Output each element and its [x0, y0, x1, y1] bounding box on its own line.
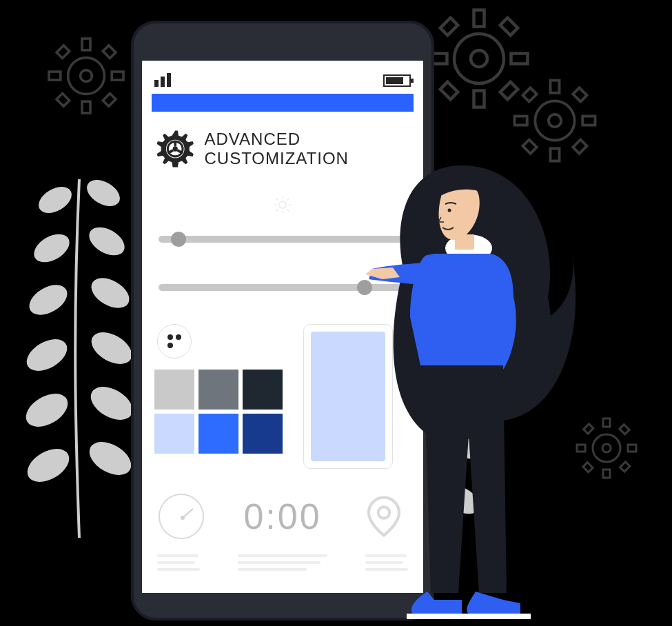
- color-swatch[interactable]: [243, 370, 283, 410]
- svg-rect-57: [628, 445, 636, 452]
- svg-point-53: [602, 444, 611, 452]
- svg-point-33: [471, 50, 487, 67]
- svg-rect-46: [515, 117, 527, 125]
- svg-rect-59: [620, 425, 629, 434]
- svg-rect-54: [603, 418, 610, 427]
- svg-point-9: [85, 380, 138, 427]
- svg-point-5: [86, 272, 134, 314]
- svg-point-0: [34, 181, 76, 219]
- battery-icon: [383, 74, 411, 87]
- svg-rect-65: [174, 141, 176, 146]
- status-bar: [154, 69, 411, 87]
- svg-point-43: [549, 114, 561, 127]
- color-swatch[interactable]: [198, 370, 238, 410]
- svg-rect-55: [603, 470, 610, 478]
- svg-rect-49: [573, 88, 587, 101]
- color-palette: [154, 370, 283, 454]
- color-swatch[interactable]: [243, 414, 283, 454]
- svg-point-1: [82, 174, 124, 212]
- svg-point-81: [465, 205, 476, 220]
- svg-line-78: [183, 509, 193, 518]
- svg-point-32: [454, 34, 504, 83]
- svg-line-75: [276, 210, 278, 212]
- svg-rect-37: [511, 54, 528, 64]
- svg-point-68: [279, 201, 286, 208]
- svg-point-11: [83, 435, 136, 482]
- svg-rect-31: [103, 93, 116, 106]
- svg-rect-29: [103, 46, 116, 59]
- svg-rect-85: [469, 614, 531, 619]
- svg-rect-24: [82, 39, 90, 50]
- clock-time: 0:00: [243, 496, 321, 537]
- svg-point-52: [593, 434, 620, 462]
- svg-point-3: [84, 221, 129, 261]
- svg-rect-38: [440, 18, 458, 35]
- svg-point-4: [24, 279, 72, 321]
- decorative-plant-left: [14, 152, 145, 538]
- svg-point-22: [68, 58, 105, 94]
- svg-rect-26: [49, 72, 61, 80]
- color-swatch[interactable]: [154, 370, 194, 410]
- brightness-icon: [272, 194, 293, 215]
- svg-rect-50: [522, 140, 536, 154]
- svg-point-2: [29, 228, 74, 267]
- svg-point-8: [20, 387, 73, 434]
- svg-rect-30: [57, 93, 70, 106]
- svg-line-74: [287, 210, 289, 212]
- person-illustration: [365, 159, 593, 626]
- svg-point-6: [21, 333, 72, 378]
- header-bar: [152, 94, 414, 112]
- svg-rect-28: [57, 46, 70, 59]
- svg-point-64: [173, 146, 178, 151]
- color-swatch[interactable]: [154, 414, 194, 454]
- svg-rect-83: [455, 234, 474, 250]
- palette-picker-icon[interactable]: [157, 324, 192, 359]
- svg-point-7: [86, 326, 137, 371]
- svg-rect-51: [573, 140, 587, 154]
- svg-rect-40: [440, 82, 458, 99]
- svg-rect-39: [500, 18, 518, 35]
- gear-outline-icon: [510, 76, 600, 165]
- compass-icon[interactable]: [159, 494, 204, 539]
- svg-point-42: [535, 101, 574, 140]
- svg-rect-44: [551, 81, 560, 93]
- svg-rect-48: [522, 88, 536, 101]
- svg-rect-34: [474, 10, 485, 27]
- svg-line-76: [287, 199, 289, 201]
- color-swatch[interactable]: [198, 414, 238, 454]
- gear-outline-icon: [45, 34, 128, 117]
- svg-rect-47: [582, 117, 595, 125]
- gear-icon: [154, 124, 196, 174]
- svg-point-23: [81, 70, 92, 82]
- signal-icon: [154, 73, 171, 87]
- svg-point-10: [21, 442, 74, 489]
- svg-rect-84: [407, 614, 469, 619]
- svg-rect-35: [474, 91, 485, 108]
- svg-point-82: [448, 209, 451, 212]
- svg-rect-27: [112, 72, 123, 80]
- svg-rect-61: [620, 462, 630, 472]
- svg-line-73: [276, 199, 278, 201]
- svg-rect-25: [82, 101, 90, 113]
